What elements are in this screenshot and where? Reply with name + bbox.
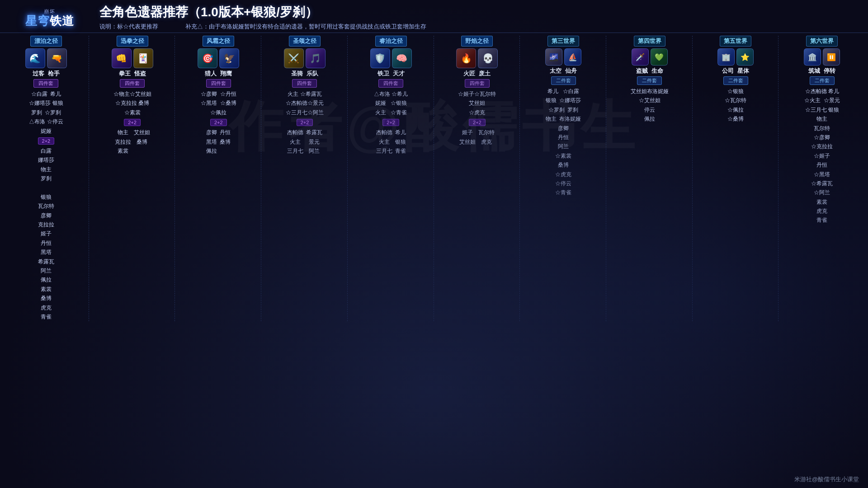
icon-world6-1: 🏛️ [804, 48, 821, 66]
icon-world6-2: ⏸️ [823, 48, 840, 66]
icon-drift-2: 🔫 [47, 48, 67, 68]
icon-rule-2: 🧠 [392, 48, 412, 68]
icon-world3-1: 🌌 [545, 48, 562, 66]
icon-rule-1: 🛡️ [370, 48, 390, 68]
icon-world5-1: 🏢 [717, 48, 735, 66]
icon-drift-1: 🌊 [25, 48, 45, 68]
icon-fist-1: 👊 [112, 48, 132, 68]
icon-flame-1: 🔥 [456, 48, 476, 68]
icon-fist-2: 🃏 [133, 48, 153, 68]
icon-world5-2: ⭐ [736, 48, 754, 66]
icon-world4-1: 🗡️ [632, 48, 649, 66]
icon-wind-1: 🎯 [198, 48, 217, 68]
icon-world3-2: ⛵ [564, 48, 581, 66]
icon-world4-2: 💚 [651, 48, 668, 66]
icon-flame-2: 💀 [478, 48, 498, 68]
icon-wind-2: 🦅 [219, 48, 239, 68]
icon-hymn-1: ⚔️ [284, 48, 304, 68]
icon-hymn-2: 🎵 [306, 48, 326, 68]
footer-credit: 米游社@酸儒书生小课堂 [794, 475, 859, 483]
